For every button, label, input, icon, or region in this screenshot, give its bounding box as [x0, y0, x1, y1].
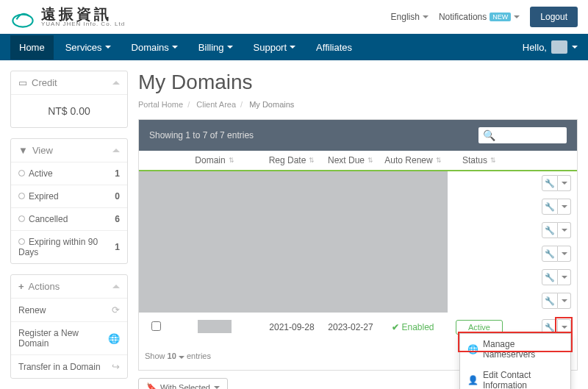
- nav-services[interactable]: Services: [57, 35, 120, 60]
- logo-text-zh: 遠振資訊: [41, 7, 125, 21]
- chevron-down-icon: [423, 15, 429, 18]
- reg-date: 2021-09-28: [262, 322, 321, 332]
- dd-manage-nameservers[interactable]: 🌐Manage Nameservers: [460, 334, 570, 365]
- nav-support[interactable]: Support: [245, 35, 305, 60]
- row-menu-button[interactable]: [558, 269, 571, 285]
- breadcrumb: Portal Home/ Client Area/ My Domains: [138, 100, 578, 109]
- logo[interactable]: 遠振資訊 YUAN JHEN Info. Co. Ltd: [10, 4, 125, 29]
- wrench-button[interactable]: 🔧: [542, 293, 558, 309]
- sort-icon: ⇅: [309, 157, 315, 164]
- row-menu-button[interactable]: [558, 293, 571, 309]
- chevron-down-icon: [514, 15, 520, 18]
- table-row[interactable]: 🔧: [139, 289, 577, 313]
- col-due[interactable]: Next Due⇅: [321, 155, 380, 165]
- table-row[interactable]: 🔧: [139, 195, 577, 218]
- plus-icon: +: [18, 281, 24, 292]
- chevron-down-icon: [572, 46, 578, 49]
- credit-icon: ▭: [18, 77, 27, 88]
- chevron-down-icon: [172, 46, 178, 49]
- circle-icon: [18, 238, 25, 245]
- globe-icon: 🌐: [467, 344, 478, 354]
- sort-icon: ⇅: [229, 157, 234, 164]
- nav-user-menu[interactable]: Hello,: [523, 40, 578, 54]
- table-row[interactable]: 🔧: [139, 171, 577, 195]
- with-selected-button[interactable]: 🔖With Selected: [138, 378, 228, 389]
- row-menu-button[interactable]: [558, 246, 571, 262]
- chevron-up-icon[interactable]: [112, 81, 120, 85]
- col-status[interactable]: Status⇅: [446, 155, 512, 165]
- col-renew[interactable]: Auto Renew⇅: [380, 155, 446, 165]
- refresh-icon: ⟳: [112, 304, 120, 315]
- language-select[interactable]: English: [391, 12, 429, 22]
- wrench-button[interactable]: 🔧: [542, 199, 558, 215]
- nav-home[interactable]: Home: [10, 35, 54, 60]
- logo-icon: [10, 4, 35, 29]
- row-menu-button[interactable]: [558, 175, 571, 191]
- new-badge: NEW: [490, 13, 511, 21]
- view-expiring[interactable]: Expiring within 90 Days1: [11, 230, 127, 263]
- view-cancelled[interactable]: Cancelled6: [11, 207, 127, 230]
- col-domain[interactable]: Domain⇅: [167, 155, 262, 165]
- filter-icon: ▼: [18, 145, 28, 156]
- notifications-link[interactable]: Notifications NEW: [439, 12, 520, 22]
- table-row[interactable]: 🔧: [139, 265, 577, 289]
- dd-edit-contact[interactable]: 👤Edit Contact Information: [460, 365, 570, 389]
- breadcrumb-client[interactable]: Client Area: [196, 100, 236, 109]
- col-reg[interactable]: Reg Date⇅: [262, 155, 321, 165]
- user-icon: 👤: [467, 375, 478, 385]
- share-icon: ↪: [112, 361, 120, 372]
- row-dropdown: 🌐Manage Nameservers 👤Edit Contact Inform…: [459, 333, 571, 389]
- circle-icon: [18, 215, 25, 222]
- chevron-down-icon: [290, 46, 295, 49]
- row-menu-button[interactable]: [558, 199, 571, 215]
- credit-amount: NT$ 0.00: [11, 95, 127, 127]
- status-badge: Active: [456, 320, 503, 335]
- auto-renew: ✔Enabled: [380, 322, 446, 332]
- action-register[interactable]: Register a New Domain🌐: [11, 321, 127, 354]
- wrench-button[interactable]: 🔧: [542, 175, 558, 191]
- nav-billing[interactable]: Billing: [190, 35, 242, 60]
- table-row[interactable]: 2021-09-28 2023-02-27 ✔Enabled Active 🔧 …: [139, 313, 577, 342]
- wrench-button[interactable]: 🔧: [542, 246, 558, 262]
- wrench-button[interactable]: 🔧: [542, 269, 558, 285]
- view-active[interactable]: Active1: [11, 163, 127, 185]
- chevron-down-icon: [214, 386, 220, 389]
- credit-panel: ▭Credit NT$ 0.00: [10, 71, 128, 128]
- chevron-up-icon[interactable]: [112, 285, 120, 288]
- action-transfer[interactable]: Transfer in a Domain↪: [11, 354, 127, 378]
- sort-icon: ⇅: [368, 157, 373, 164]
- page-title: My Domains: [138, 71, 578, 94]
- nav-affiliates[interactable]: Affiliates: [307, 35, 361, 60]
- breadcrumb-current: My Domains: [249, 100, 294, 109]
- logout-button[interactable]: Logout: [530, 7, 578, 27]
- tag-icon: 🔖: [146, 382, 157, 389]
- sort-icon: ⇅: [436, 157, 442, 164]
- row-menu-button[interactable]: [558, 222, 571, 238]
- actions-panel: +Actions Renew⟳ Register a New Domain🌐 T…: [10, 274, 128, 379]
- chevron-down-icon: [105, 46, 111, 49]
- search-input[interactable]: 🔍: [478, 127, 567, 143]
- view-expired[interactable]: Expired0: [11, 185, 127, 207]
- check-icon: ✔: [392, 322, 399, 332]
- chevron-up-icon[interactable]: [112, 149, 120, 152]
- view-panel: ▼View Active1 Expired0 Cancelled6 Expiri…: [10, 138, 128, 264]
- sort-icon: ⇅: [490, 157, 496, 164]
- chevron-down-icon: [227, 46, 233, 49]
- due-date: 2023-02-27: [321, 322, 380, 332]
- table-row[interactable]: 🔧: [139, 242, 577, 265]
- breadcrumb-portal[interactable]: Portal Home: [138, 100, 183, 109]
- redacted-domain: [198, 320, 232, 333]
- globe-icon: 🌐: [108, 333, 120, 344]
- wrench-button[interactable]: 🔧: [542, 222, 558, 238]
- logo-text-en: YUAN JHEN Info. Co. Ltd: [41, 21, 125, 27]
- table-row[interactable]: 🔧: [139, 218, 577, 242]
- search-icon: 🔍: [483, 129, 495, 141]
- action-renew[interactable]: Renew⟳: [11, 299, 127, 321]
- svg-point-0: [12, 15, 32, 27]
- row-checkbox[interactable]: [151, 321, 161, 331]
- show-entries: Show 10 entries: [145, 351, 211, 360]
- avatar: [551, 40, 567, 54]
- entries-info: Showing 1 to 7 of 7 entries: [149, 130, 254, 140]
- nav-domains[interactable]: Domains: [123, 35, 187, 60]
- circle-icon: [18, 193, 25, 199]
